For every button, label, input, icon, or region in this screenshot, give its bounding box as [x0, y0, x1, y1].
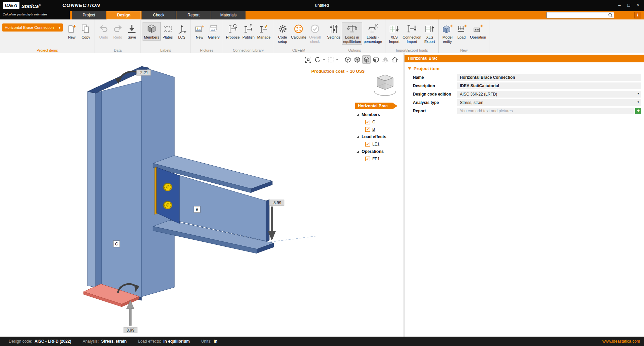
maximize-button[interactable]: □ [628, 2, 630, 8]
tree-item-fp1[interactable]: ✓FP1 [355, 155, 403, 163]
checkbox-checked-icon[interactable]: ✓ [365, 120, 370, 124]
section-collapse-icon[interactable] [408, 67, 411, 70]
status-load-effects: Load effects:In equilibrium [138, 339, 190, 344]
ribbon-button-connection-import[interactable]: ConnectionImport [401, 22, 423, 45]
3d-viewport[interactable]: -2.21 -8.99 8.99 C B Production cost-10 … [0, 53, 403, 337]
tree-expander-icon[interactable] [357, 113, 359, 116]
ribbon-button-xls-import[interactable]: XLSImport [387, 22, 401, 45]
view-wireframe-button[interactable] [343, 55, 352, 64]
statusbar: Design code:AISC - LRFD (2022)Analysis:S… [0, 337, 644, 346]
ribbon-button-calculate[interactable]: Calculate [290, 22, 308, 45]
tree-expander-icon[interactable] [357, 150, 359, 153]
ribbon-button-operation[interactable]: Operation [469, 22, 487, 45]
tree-expander-icon[interactable] [357, 135, 359, 138]
project-item-section[interactable]: Project item [408, 66, 644, 71]
document-copy-icon [80, 23, 92, 35]
ribbon-button-copy[interactable]: Copy [79, 22, 93, 41]
property-row-report: ReportYou can add text and pictures+ [413, 107, 641, 114]
property-value-analysis-type[interactable]: Stress, strain▼ [457, 99, 641, 106]
tree-item-label[interactable]: B [372, 127, 375, 132]
chevron-down-icon[interactable] [323, 59, 325, 60]
ribbon-button-members[interactable]: Members [143, 22, 161, 41]
orbit-button[interactable] [313, 55, 322, 64]
ribbon-button-publish[interactable]: Publish [241, 22, 256, 41]
tree-item-label[interactable]: FP1 [372, 157, 380, 161]
ribbon-button-lcs[interactable]: LCS [175, 22, 189, 41]
library-manage-icon [258, 23, 270, 35]
tab-design[interactable]: Design [107, 11, 141, 19]
view-shaded-button[interactable] [362, 55, 371, 64]
ribbon-button-xls-export[interactable]: XLSExport [423, 22, 437, 45]
properties-panel-header: Horizontal Brac [405, 55, 644, 62]
ribbon-button-loads-percentage[interactable]: Loads -percentage [362, 22, 383, 45]
tree-item-label[interactable]: C [372, 120, 375, 124]
property-value-report[interactable]: You can add text and pictures [457, 108, 634, 114]
dropdown-arrow-icon[interactable]: ▼ [637, 101, 640, 104]
ribbon-button-propose[interactable]: Propose [225, 22, 241, 41]
property-label: Description [413, 83, 457, 88]
search-input[interactable] [548, 12, 607, 18]
ribbon-button-label: XLSImport [389, 35, 399, 44]
ribbon-button-plates[interactable]: Plates [161, 22, 175, 41]
tree-title-flag[interactable]: Horizontal Brac [355, 103, 397, 109]
info-button[interactable]: i [634, 12, 641, 18]
dropdown-arrow-icon[interactable]: ▼ [637, 92, 640, 95]
home-view-button[interactable] [390, 55, 399, 64]
axes-icon [176, 23, 187, 35]
ribbon-group-new: ModelentityLoadOperationNew [439, 19, 489, 53]
close-button[interactable]: × [637, 2, 639, 8]
ribbon-button-save[interactable]: Save [125, 22, 139, 41]
tree-group-members[interactable]: Members [355, 111, 403, 118]
ribbon-button-code-setup[interactable]: Codesetup [276, 22, 290, 45]
tab-check[interactable]: Check [142, 11, 176, 19]
website-link[interactable]: www.ideastatica.com [602, 339, 640, 344]
tab-project[interactable]: Project [72, 11, 106, 19]
scene-tree: Horizontal Brac Members✓C✓BLoad effects✓… [355, 103, 403, 163]
tree-group-load-effects[interactable]: Load effects [355, 133, 403, 140]
checkbox-checked-icon[interactable]: ✓ [365, 142, 370, 147]
ribbon-button-manage[interactable]: Manage [256, 22, 272, 41]
ribbon-button-new[interactable]: New [65, 22, 79, 41]
status-design-code: Design code:AISC - LRFD (2022) [9, 339, 71, 344]
connection-selector-dropdown[interactable]: Horizontal Brace Connection▾ [2, 23, 63, 32]
search-icon[interactable] [608, 13, 613, 18]
property-value-design-code-edition[interactable]: AISC 360-22 (LRFD)▼ [457, 91, 641, 98]
model-3d-canvas[interactable]: -2.21 -8.99 8.99 C B [0, 53, 403, 337]
chevron-down-icon[interactable] [336, 59, 338, 60]
svg-text:-2.21: -2.21 [139, 70, 148, 75]
ribbon-button-settings[interactable]: Settings [326, 22, 342, 45]
ribbon-button-label: Codesetup [278, 35, 287, 44]
property-rows: NameHorizontal Brace ConnectionDescripti… [405, 74, 644, 114]
beam-web-end [266, 199, 269, 242]
minimize-button[interactable]: – [618, 2, 621, 8]
ribbon-button-gallery[interactable]: Gallery [207, 22, 221, 41]
navigation-cube[interactable] [373, 72, 397, 98]
fit-view-button[interactable] [304, 55, 312, 64]
sliders-icon [328, 23, 339, 35]
member-label-beam[interactable]: B [194, 206, 200, 213]
bolt-2 [163, 201, 172, 209]
add-report-button[interactable]: + [635, 108, 641, 114]
tree-item-label[interactable]: LE1 [372, 142, 379, 147]
checkbox-checked-icon[interactable]: ✓ [365, 127, 370, 132]
selection-mode-icon [327, 56, 334, 63]
ribbon-button-load[interactable]: Load [454, 22, 469, 45]
view-faces-button[interactable] [372, 55, 380, 64]
ribbon-button-label: Copy [82, 35, 90, 40]
property-value-name[interactable]: Horizontal Brace Connection [457, 74, 641, 81]
tab-report[interactable]: Report [176, 11, 211, 19]
tree-item-b[interactable]: ✓B [355, 126, 403, 133]
member-label-column[interactable]: C [113, 241, 120, 247]
load-new-icon [456, 23, 467, 35]
view-solid-button[interactable] [353, 55, 361, 64]
checkbox-checked-icon[interactable]: ✓ [365, 157, 370, 161]
ribbon-button-new[interactable]: New [193, 22, 207, 41]
property-label: Design code edition [413, 92, 457, 97]
property-value-description[interactable]: IDEA StatiCa tutorial [457, 82, 641, 89]
tab-materials[interactable]: Materials [211, 11, 246, 19]
tree-item-c[interactable]: ✓C [355, 118, 403, 126]
ribbon-button-model-entity[interactable]: Modelentity [440, 22, 454, 45]
tree-group-operations[interactable]: Operations [355, 148, 403, 155]
tree-item-le1[interactable]: ✓LE1 [355, 140, 403, 148]
ribbon-button-loads-in-equilibrium[interactable]: Loads inequilibrium [342, 22, 362, 45]
